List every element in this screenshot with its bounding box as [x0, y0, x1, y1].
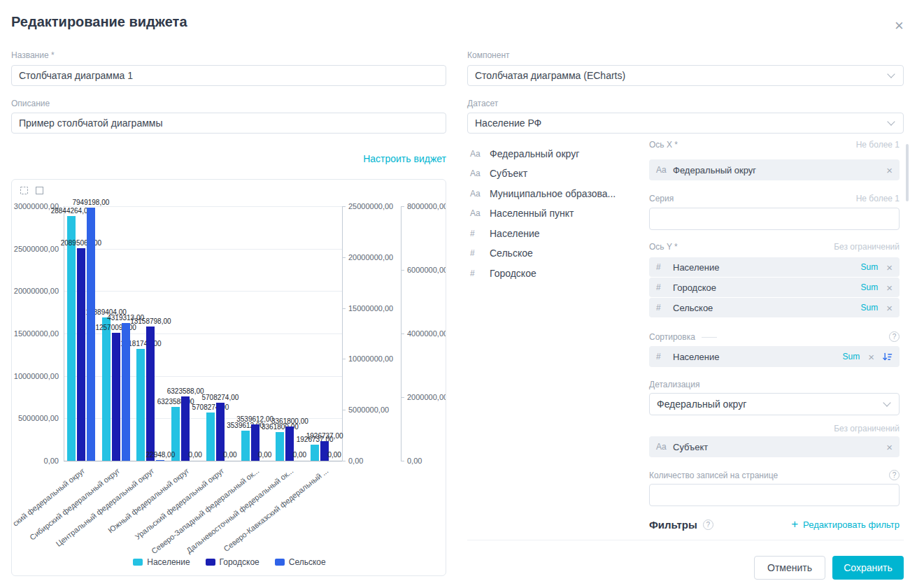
field-item-naselenny-punkt[interactable]: Aa Населенный пункт [470, 208, 574, 219]
tick-mark [342, 308, 346, 309]
x-axis-category-label: Южный федеральный округ [64, 466, 191, 568]
chip-remove-icon[interactable]: × [886, 165, 893, 175]
dialog-title: Редактирование виджета [11, 14, 187, 30]
bar-Население [102, 317, 111, 461]
component-select[interactable]: Столбчатая диаграмма (ECharts) [467, 65, 904, 86]
cancel-button[interactable]: Отменить [754, 556, 825, 580]
y-axis-right1-line [342, 206, 343, 461]
configure-widget-link[interactable]: Настроить виджет [363, 153, 446, 164]
sort-descending-icon[interactable] [882, 352, 893, 362]
axis-y-limit-hint: Без ограничений [834, 242, 900, 252]
x-axis-category-label: Северо-Западный федеральный ок... [134, 466, 260, 568]
filters-help-icon[interactable]: ? [703, 519, 713, 530]
legend-item-Сельское[interactable]: Сельское [275, 557, 326, 567]
axis-x-label: Ось X * [649, 140, 678, 150]
chip-remove-icon[interactable]: × [886, 282, 893, 293]
field-type-icon: Aa [470, 189, 482, 199]
chip-remove-icon[interactable]: × [886, 303, 893, 313]
description-input[interactable] [11, 113, 446, 134]
tick-mark [342, 461, 346, 461]
axis-x-chip[interactable]: Aa Федеральный округ × [649, 159, 900, 180]
axis-y-chip-selskoe[interactable]: # Сельское Sum × [649, 298, 900, 317]
field-item-gorodskoe[interactable]: # Городское [470, 268, 536, 279]
y-axis-right1-tick-label: 10000000,00 [348, 354, 393, 363]
field-label: Муниципальное образова... [490, 188, 616, 199]
chip-aggregation-label[interactable]: Sum [861, 282, 879, 292]
dataset-select[interactable]: Население РФ [467, 113, 904, 134]
legend-marker [133, 559, 143, 566]
detail-chip[interactable]: Aa Субъект × [649, 436, 900, 457]
close-icon[interactable]: × [895, 18, 904, 34]
gridline [64, 461, 342, 461]
bar-Население [67, 216, 76, 461]
field-item-naselenie[interactable]: # Население [470, 228, 540, 239]
series-limit-hint: Не более 1 [856, 194, 900, 203]
tick-mark [401, 334, 404, 334]
edit-filter-link[interactable]: + Редактировать фильтр [791, 517, 900, 531]
field-label: Федеральный округ [490, 148, 579, 159]
bar-value-label: 28844264,00 [29, 207, 113, 215]
legend-item-Городское[interactable]: Городское [206, 557, 260, 567]
legend-item-Население[interactable]: Население [133, 557, 190, 567]
bar-Сельское [156, 460, 164, 461]
axis-y-chip-naselenie[interactable]: # Население Sum × [649, 257, 900, 277]
legend-label: Население [147, 557, 190, 567]
page-size-help-icon[interactable]: ? [889, 470, 900, 480]
tick-mark [342, 206, 346, 207]
chip-remove-icon[interactable]: × [886, 262, 893, 273]
chart-legend: НаселениеГородскоеСельское [12, 557, 446, 567]
chip-aggregation-label[interactable]: Sum [861, 303, 879, 313]
chart-panel: 30000000,0025000000,0020000000,001500000… [11, 179, 446, 576]
x-axis-category-label: Дальневосточный федеральный ок... [169, 466, 295, 568]
field-type-icon: # [656, 352, 668, 361]
chip-remove-icon[interactable]: × [868, 352, 874, 362]
field-type-icon: Aa [656, 442, 668, 452]
page-size-input[interactable] [649, 484, 900, 506]
field-type-icon: # [470, 229, 482, 238]
detail-label: Детализация [649, 380, 699, 389]
field-item-municipalnoe[interactable]: Aa Муниципальное образова... [470, 188, 616, 199]
field-type-icon: Aa [656, 165, 668, 175]
gridline [64, 291, 342, 292]
field-type-icon: # [656, 282, 668, 292]
series-input[interactable] [649, 208, 900, 230]
save-button[interactable]: Сохранить [832, 556, 904, 580]
field-item-selskoe[interactable]: # Сельское [470, 248, 533, 259]
y-axis-right1-tick-label: 20000000,00 [348, 253, 393, 261]
chevron-down-icon [887, 117, 895, 125]
axis-x-limit-hint: Не более 1 [856, 140, 900, 150]
chip-aggregation-label[interactable]: Sum [861, 262, 879, 272]
page-size-label: Количество записей на странице [649, 471, 778, 480]
bar-Сельское [122, 323, 130, 461]
y-axis-right1-tick-label: 25000000,00 [348, 202, 393, 210]
gridline [64, 249, 342, 250]
sorting-chip[interactable]: # Население Sum × [649, 346, 900, 367]
chevron-down-icon [887, 70, 895, 78]
field-type-icon: # [656, 303, 668, 313]
field-label: Населенный пункт [490, 208, 574, 219]
chip-aggregation-label[interactable]: Sum [843, 352, 860, 361]
edit-widget-dialog: Редактирование виджета × Название * Опис… [0, 0, 917, 588]
field-type-icon: # [656, 262, 668, 272]
sorting-help-icon[interactable]: ? [889, 331, 900, 342]
chip-label: Субъект [673, 442, 708, 452]
bar-value-label: 7949198,00 [49, 199, 133, 206]
axis-y-chip-gorodskoe[interactable]: # Городское Sum × [649, 278, 900, 297]
name-label: Название * [11, 50, 55, 60]
field-type-icon: Aa [470, 168, 482, 178]
x-axis-category-label: Уральский федеральный округ [99, 466, 226, 568]
y-axis-left-tick-label: 5000000,00 [12, 414, 59, 422]
detail-select[interactable]: Федеральный округ [649, 393, 900, 415]
tick-mark [342, 359, 346, 359]
chevron-down-icon [883, 399, 890, 406]
y-axis-right2-tick-label: 8000000,00 [407, 202, 446, 210]
field-item-subekt[interactable]: Aa Субъект [470, 168, 527, 179]
tick-mark [401, 270, 404, 271]
name-input[interactable] [11, 65, 446, 86]
field-item-federalny-okrug[interactable]: Aa Федеральный округ [470, 148, 579, 159]
chip-label: Сельское [673, 303, 713, 313]
filters-label: Фильтры [649, 519, 697, 531]
sorting-dash [702, 337, 717, 338]
scrollbar-thumb[interactable] [906, 144, 909, 201]
chip-remove-icon[interactable]: × [886, 442, 893, 452]
